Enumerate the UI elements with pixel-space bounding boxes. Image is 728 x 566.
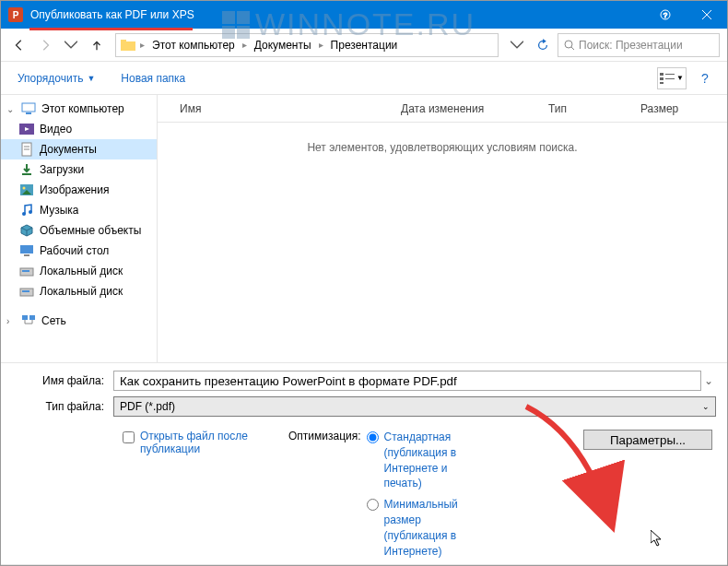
svg-rect-37: [29, 315, 35, 320]
sidebar-item-pictures[interactable]: Изображения: [1, 180, 157, 200]
breadcrumb[interactable]: ▸ Этот компьютер ▸ Документы ▸ Презентац…: [115, 33, 499, 57]
svg-rect-31: [24, 254, 29, 256]
svg-line-7: [571, 47, 574, 50]
svg-rect-8: [660, 73, 663, 76]
refresh-menu[interactable]: [506, 34, 528, 56]
svg-point-22: [23, 187, 26, 190]
svg-rect-35: [22, 290, 29, 292]
svg-rect-5: [121, 40, 126, 42]
view-mode-button[interactable]: ▼: [657, 67, 687, 89]
svg-rect-4: [121, 41, 135, 51]
filetype-select[interactable]: PDF (*.pdf) ⌄: [113, 396, 716, 417]
svg-rect-9: [665, 74, 675, 75]
chevron-right-icon[interactable]: ▸: [317, 40, 325, 50]
svg-point-25: [29, 210, 32, 214]
breadcrumb-seg-presentations[interactable]: Презентации: [325, 34, 404, 56]
sidebar-item-this-pc[interactable]: ⌄Этот компьютер: [1, 99, 157, 119]
sidebar-item-downloads[interactable]: Загрузки: [1, 159, 157, 180]
computer-icon: [21, 101, 36, 116]
svg-rect-10: [660, 77, 663, 80]
optimize-label: Оптимизация:: [288, 430, 361, 560]
refresh-button[interactable]: [532, 34, 554, 56]
col-type[interactable]: Тип: [548, 102, 640, 115]
svg-rect-13: [22, 103, 35, 112]
breadcrumb-seg-pc[interactable]: Этот компьютер: [147, 34, 241, 56]
cube-icon: [19, 223, 34, 238]
chevron-right-icon[interactable]: ▸: [138, 40, 147, 50]
up-button[interactable]: [86, 34, 108, 56]
svg-rect-30: [20, 245, 33, 254]
picture-icon: [19, 183, 34, 197]
disk-icon: [19, 264, 34, 278]
window-title: Опубликовать как PDF или XPS: [30, 8, 644, 21]
col-size[interactable]: Размер: [640, 102, 705, 115]
music-icon: [19, 203, 34, 218]
svg-rect-36: [22, 315, 28, 320]
download-icon: [19, 162, 34, 177]
help-icon[interactable]: ?: [694, 67, 716, 89]
titlebar: P Опубликовать как PDF или XPS ?: [1, 1, 727, 29]
col-name[interactable]: Имя: [180, 102, 401, 115]
organize-button[interactable]: Упорядочить▼: [12, 68, 100, 88]
svg-point-6: [565, 41, 572, 48]
file-list[interactable]: Имя Дата изменения Тип Размер Нет элемен…: [158, 95, 727, 362]
network-icon: [21, 313, 36, 328]
svg-rect-14: [26, 112, 31, 114]
sidebar[interactable]: ⌄Этот компьютер Видео Документы Загрузки…: [1, 95, 158, 362]
svg-rect-12: [660, 82, 663, 84]
title-underline-annotation: [29, 28, 193, 30]
svg-rect-11: [665, 78, 675, 79]
filename-label: Имя файла:: [12, 374, 113, 387]
forward-button[interactable]: [34, 34, 56, 56]
col-date[interactable]: Дата изменения: [401, 102, 548, 115]
sidebar-item-videos[interactable]: Видео: [1, 119, 157, 139]
search-icon: [564, 40, 575, 51]
app-icon: P: [8, 7, 23, 22]
close-button[interactable]: [686, 1, 727, 29]
bottom-panel: Имя файла: ⌄ Тип файла: PDF (*.pdf) ⌄ От…: [1, 362, 727, 564]
column-headers[interactable]: Имя Дата изменения Тип Размер: [158, 95, 727, 123]
help-button[interactable]: ?: [644, 1, 686, 29]
svg-text:?: ?: [663, 11, 667, 19]
back-button[interactable]: [8, 34, 30, 56]
breadcrumb-seg-docs[interactable]: Документы: [249, 34, 317, 56]
opt-minimum-radio[interactable]: Минимальный размер (публикация в Интерне…: [367, 497, 473, 559]
new-folder-button[interactable]: Новая папка: [115, 68, 191, 88]
nav-row: ▸ Этот компьютер ▸ Документы ▸ Презентац…: [1, 29, 727, 62]
video-icon: [19, 122, 34, 136]
sidebar-item-documents[interactable]: Документы: [1, 139, 157, 159]
toolbar: Упорядочить▼ Новая папка ▼ ?: [1, 62, 727, 95]
opt-standard-radio[interactable]: Стандартная (публикация в Интернете и пе…: [367, 430, 473, 491]
document-icon: [19, 142, 34, 157]
svg-point-24: [22, 212, 26, 216]
sidebar-item-disk-1[interactable]: Локальный диск: [1, 261, 157, 281]
sidebar-item-music[interactable]: Музыка: [1, 200, 157, 220]
chevron-down-icon: ⌄: [702, 402, 710, 411]
open-after-checkbox[interactable]: Открыть файл после публикации: [123, 430, 288, 455]
desktop-icon: [19, 243, 34, 258]
folder-icon: [118, 36, 138, 54]
search-placeholder: Поиск: Презентации: [579, 39, 683, 52]
sidebar-item-desktop[interactable]: Рабочий стол: [1, 241, 157, 261]
sidebar-item-network[interactable]: ›Сеть: [1, 311, 157, 331]
disk-icon: [19, 284, 34, 299]
main-area: ⌄Этот компьютер Видео Документы Загрузки…: [1, 95, 727, 362]
sidebar-item-disk-2[interactable]: Локальный диск: [1, 281, 157, 301]
search-input[interactable]: Поиск: Презентации: [558, 33, 720, 57]
parameters-button[interactable]: Параметры...: [583, 430, 712, 450]
sidebar-item-3d[interactable]: Объемные объекты: [1, 220, 157, 241]
recent-menu[interactable]: [60, 34, 82, 56]
chevron-right-icon[interactable]: ▸: [241, 40, 249, 50]
filename-input[interactable]: [113, 371, 701, 391]
empty-message: Нет элементов, удовлетворяющих условиям …: [158, 141, 727, 154]
chevron-down-icon: ▼: [87, 74, 95, 83]
svg-rect-33: [22, 270, 29, 272]
filetype-label: Тип файла:: [12, 400, 113, 413]
filename-dropdown[interactable]: ⌄: [701, 374, 716, 387]
